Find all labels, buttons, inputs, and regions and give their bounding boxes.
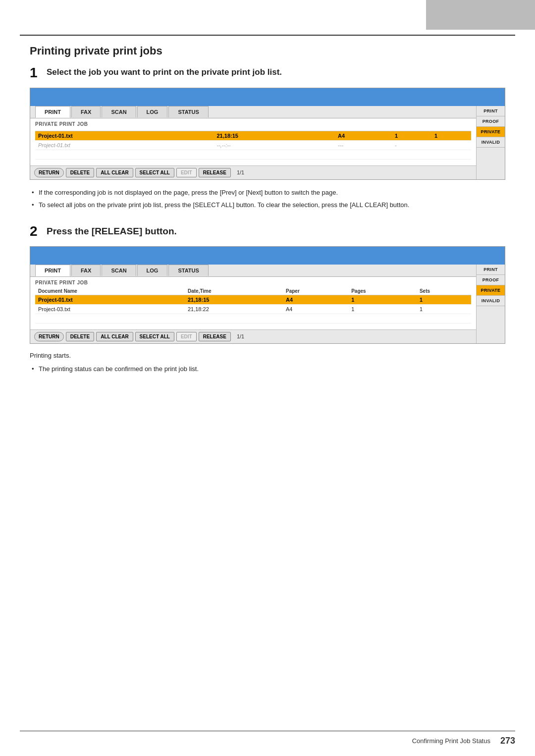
ui-screen-2: PRINT FAX SCAN LOG STATUS PRIVATE PRINT … (30, 246, 505, 344)
table-row[interactable]: Project-01.txt 21,18:15 A4 1 1 (35, 295, 471, 304)
col-pages-h: Pages (348, 287, 417, 295)
step-2-title: Press the [RELEASE] button. (47, 224, 177, 237)
job-sets (431, 140, 471, 150)
step-1-header: 1 Select the job you want to print on th… (30, 65, 505, 81)
tab-log-2[interactable]: LOG (137, 265, 168, 276)
footer-text: Confirming Print Job Status (412, 737, 490, 745)
table-row[interactable]: Project-01.txt --,--:-- --- - (35, 140, 471, 150)
section-label-2: PRIVATE PRINT JOB (35, 280, 471, 285)
side-tab-print-1[interactable]: PRINT (477, 106, 505, 116)
tab-status-2[interactable]: STATUS (168, 265, 208, 276)
ui-nav-tabs-1: PRINT FAX SCAN LOG STATUS (30, 106, 476, 118)
table-row-empty (35, 314, 471, 323)
page-count-2: 1/1 (237, 333, 244, 339)
job-pages: - (392, 140, 431, 150)
ui-footer-2: RETURN DELETE ALL CLEAR SELECT ALL EDIT … (30, 329, 476, 343)
table-row-empty (35, 150, 471, 159)
job-paper: A4 (283, 295, 348, 304)
select-all-button-2[interactable]: SELECT ALL (135, 332, 174, 341)
job-pages: 1 (348, 295, 417, 304)
tab-print-1[interactable]: PRINT (35, 106, 70, 118)
all-clear-button-2[interactable]: ALL CLEAR (96, 332, 133, 341)
job-table-2: Document Name Date,Time Paper Pages Sets… (35, 287, 471, 324)
ui-top-bar-1 (30, 88, 505, 106)
step-2-block: 2 Press the [RELEASE] button. PRINT FAX … (30, 224, 505, 374)
tab-scan-2[interactable]: SCAN (102, 265, 136, 276)
step-1-bullets: If the corresponding job is not displaye… (30, 188, 505, 210)
ui-screen-1: PRINT FAX SCAN LOG STATUS PRIVATE PRINT … (30, 88, 505, 180)
tab-print-2[interactable]: PRINT (35, 265, 70, 276)
job-name: Project-01.txt (35, 140, 214, 150)
table-row[interactable]: Project-01.txt 21,18:15 A4 1 1 (35, 131, 471, 140)
bullet-item: If the corresponding job is not displaye… (30, 188, 505, 198)
bottom-rule (20, 731, 515, 731)
ui-footer-1: RETURN DELETE ALL CLEAR SELECT ALL EDIT … (30, 165, 476, 179)
job-datetime: 21,18:15 (214, 131, 335, 140)
side-tabs-1: PRINT PROOF PRIVATE INVALID (476, 106, 505, 179)
job-name: Project-01.txt (35, 131, 214, 140)
job-paper: A4 (335, 131, 392, 140)
step-1-number: 1 (30, 65, 42, 81)
return-button-2[interactable]: RETURN (34, 332, 64, 341)
ui-body-2: PRIVATE PRINT JOB Document Name Date,Tim… (30, 277, 476, 329)
side-tab-invalid-1[interactable]: INVALID (477, 137, 505, 148)
side-tab-proof-2[interactable]: PROOF (477, 275, 505, 285)
footer-page-num: 273 (500, 736, 515, 746)
top-rule (20, 35, 515, 36)
ui-top-bar-2 (30, 247, 505, 265)
job-paper: A4 (283, 304, 348, 314)
release-button-1[interactable]: RELEASE (199, 168, 231, 177)
return-button-1[interactable]: RETURN (34, 168, 64, 177)
select-all-button-1[interactable]: SELECT ALL (135, 168, 174, 177)
all-clear-button-1[interactable]: ALL CLEAR (96, 168, 133, 177)
col-docname: Document Name (35, 287, 185, 295)
side-tab-private-1[interactable]: PRIVATE (477, 127, 505, 137)
ui-nav-tabs-2: PRINT FAX SCAN LOG STATUS (30, 265, 476, 277)
side-tab-invalid-2[interactable]: INVALID (477, 296, 505, 306)
job-datetime: 21,18:22 (185, 304, 283, 314)
job-name: Project-01.txt (35, 295, 185, 304)
page-count-1: 1/1 (237, 169, 244, 175)
step-1-block: 1 Select the job you want to print on th… (30, 65, 505, 210)
side-tab-print-2[interactable]: PRINT (477, 265, 505, 275)
tab-fax-1[interactable]: FAX (71, 106, 101, 117)
ui-body-1: PRIVATE PRINT JOB (30, 118, 476, 165)
delete-button-2[interactable]: DELETE (66, 332, 94, 341)
table-row[interactable]: Project-03.txt 21,18:22 A4 1 1 (35, 304, 471, 314)
col-sets-h: Sets (417, 287, 471, 295)
page-footer: Confirming Print Job Status 273 (20, 736, 515, 746)
side-tabs-2: PRINT PROOF PRIVATE INVALID (476, 265, 505, 343)
col-datetime-h: Date,Time (185, 287, 283, 295)
printing-note: Printing starts. (30, 352, 505, 359)
step-2-number: 2 (30, 224, 42, 239)
job-pages: 1 (348, 304, 417, 314)
job-sets: 1 (417, 304, 471, 314)
side-tab-proof-1[interactable]: PROOF (477, 116, 505, 127)
step-1-title: Select the job you want to print on the … (47, 65, 282, 77)
bullet-item: The printing status can be confirmed on … (30, 364, 505, 374)
release-button-2[interactable]: RELEASE (199, 332, 231, 341)
section-label-1: PRIVATE PRINT JOB (35, 121, 471, 127)
tab-fax-2[interactable]: FAX (71, 265, 101, 276)
step-2-header: 2 Press the [RELEASE] button. (30, 224, 505, 239)
job-pages: 1 (392, 131, 431, 140)
tab-log-1[interactable]: LOG (137, 106, 168, 117)
col-paper-h: Paper (283, 287, 348, 295)
side-tab-private-2[interactable]: PRIVATE (477, 285, 505, 296)
job-name: Project-03.txt (35, 304, 185, 314)
job-datetime: --,--:-- (214, 140, 335, 150)
step-2-bullets: The printing status can be confirmed on … (30, 364, 505, 374)
job-paper: --- (335, 140, 392, 150)
tab-scan-1[interactable]: SCAN (102, 106, 136, 117)
page-title: Printing private print jobs (30, 45, 505, 57)
job-datetime: 21,18:15 (185, 295, 283, 304)
bullet-item: To select all jobs on the private print … (30, 200, 505, 210)
delete-button-1[interactable]: DELETE (66, 168, 94, 177)
job-sets: 1 (431, 131, 471, 140)
edit-button-2[interactable]: EDIT (176, 332, 197, 341)
top-gray-bar (426, 0, 535, 30)
edit-button-1[interactable]: EDIT (176, 168, 197, 177)
tab-status-1[interactable]: STATUS (168, 106, 208, 117)
job-table-1: Project-01.txt 21,18:15 A4 1 1 Project-0… (35, 129, 471, 160)
job-sets: 1 (417, 295, 471, 304)
